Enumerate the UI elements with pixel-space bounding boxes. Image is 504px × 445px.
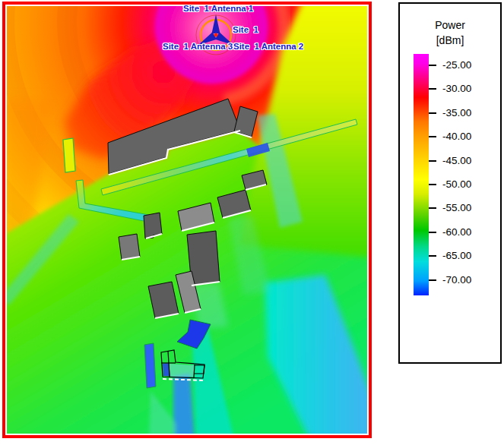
legend-tick-label: -25.00 <box>442 59 471 71</box>
legend-tick-label: -45.00 <box>442 155 471 166</box>
legend-tick-label: -65.00 <box>442 250 471 261</box>
legend-tick-label: -40.00 <box>442 131 471 142</box>
legend-tick-label: -55.00 <box>442 203 471 214</box>
legend-tick-label: -30.00 <box>442 84 471 95</box>
label-site1-antenna2: Site 1 Antenna 2 <box>233 42 303 52</box>
label-site1: Site 1 <box>233 25 258 35</box>
coverage-heatmap-canvas <box>7 6 367 434</box>
legend-tick-label: -50.00 <box>442 178 471 190</box>
blue-strip <box>144 343 156 388</box>
coverage-map[interactable]: Site 1 Antenna 1 Site 1 Site 1 Antenna 3… <box>2 2 372 438</box>
legend-tick-label: -60.00 <box>442 226 471 238</box>
legend-panel: Power [dBm] -25.00-30.00-35.00-40.00-45.… <box>398 2 502 364</box>
legend-tick-label: -70.00 <box>442 274 471 286</box>
legend-tick-label: -35.00 <box>442 107 471 118</box>
legend-unit: [dBm] <box>400 34 500 46</box>
label-site1-antenna3: Site 1 Antenna 3 <box>163 42 233 52</box>
label-site1-antenna1: Site 1 Antenna 1 <box>183 4 253 14</box>
building-6 <box>119 234 140 260</box>
legend-title: Power <box>400 19 500 31</box>
legend-colorbar <box>414 54 429 295</box>
